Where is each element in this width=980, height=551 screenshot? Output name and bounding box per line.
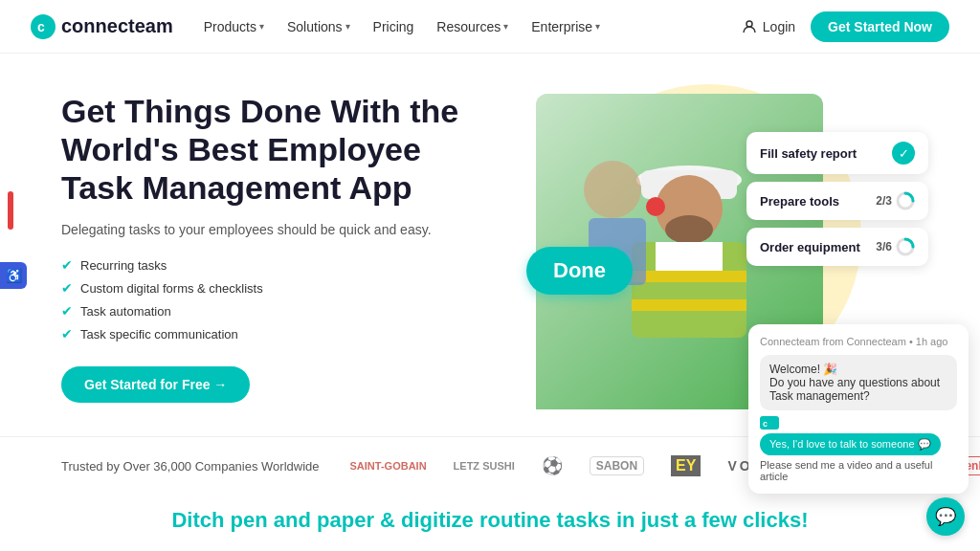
notification-bar [8,191,13,230]
nav-pricing[interactable]: Pricing [373,19,414,34]
nav-enterprise[interactable]: Enterprise ▾ [531,19,600,34]
chevron-down-icon: ▾ [595,21,600,32]
trusted-title: Trusted by Over 36,000 Companies Worldwi… [61,459,320,474]
svg-point-13 [584,161,641,218]
progress-spinner-icon [896,191,915,210]
hero-title: Get Things Done With the World's Best Em… [61,92,498,207]
svg-rect-9 [632,271,746,282]
task-complete-icon: ✓ [892,142,915,165]
task-progress-wrap: 2/3 [876,191,915,210]
task-cards: Fill safety report ✓ Prepare tools 2/3 [746,132,928,266]
svg-rect-11 [656,242,723,271]
logo-icon: c [31,14,56,39]
task-card-fill-safety: Fill safety report ✓ [746,132,928,174]
task-card-prepare-tools: Prepare tools 2/3 [746,182,928,220]
svg-text:c: c [763,419,768,429]
nav-products[interactable]: Products ▾ [204,19,264,34]
check-icon: ✔ [61,326,73,342]
check-icon: ✔ [61,280,73,296]
list-item: ✔ Task specific communication [61,326,498,342]
company-logo-letz-sushi: LETZ SUSHI [454,460,515,472]
task-card-order-equipment: Order equipment 3/6 [746,228,928,266]
list-item: ✔ Custom digital forms & checklists [61,280,498,296]
logo[interactable]: c connecteam [31,14,173,39]
svg-point-7 [665,215,713,244]
company-logo-sabon: SABON [590,456,644,475]
company-logo-ey: EY [671,455,701,476]
nav-resources[interactable]: Resources ▾ [436,19,508,34]
list-item: ✔ Recurring tasks [61,257,498,273]
check-icon: ✔ [61,257,73,273]
company-logo-saint-gobain: SAINT-GOBAIN [350,460,427,472]
done-badge: Done [526,247,633,295]
nav-solutions[interactable]: Solutions ▾ [287,19,350,34]
accessibility-icon[interactable]: ♿ [0,262,27,289]
nav-right: Login Get Started Now [742,11,949,42]
bottom-teaser-text: Ditch pen and paper & digitize routine t… [61,508,919,533]
nav-links: Products ▾ Solutions ▾ Pricing Resources… [204,19,742,34]
chevron-down-icon: ▾ [259,21,264,32]
hero-left: Get Things Done With the World's Best Em… [61,84,498,436]
chat-link[interactable]: Please send me a video and a useful arti… [760,459,957,482]
chat-reply-button[interactable]: Yes, I'd love to talk to someone 💬 [760,433,941,455]
chat-widget: Connecteam from Connecteam • 1h ago Welc… [748,324,969,494]
bottom-teaser: Ditch pen and paper & digitize routine t… [0,495,980,533]
navbar: c connecteam Products ▾ Solutions ▾ Pric… [0,0,980,54]
chat-logo-icon: c [760,416,779,430]
feature-list: ✔ Recurring tasks ✔ Custom digital forms… [61,257,498,342]
svg-text:c: c [37,19,45,34]
chat-message: Welcome! 🎉Do you have any questions abou… [760,355,957,410]
chevron-down-icon: ▾ [503,21,508,32]
task-progress-wrap: 3/6 [876,237,915,256]
progress-spinner-icon [896,237,915,256]
get-started-nav-button[interactable]: Get Started Now [811,11,949,42]
svg-point-12 [646,197,665,216]
chat-header: Connecteam from Connecteam • 1h ago [760,336,957,347]
check-icon: ✔ [61,303,73,319]
brand-name: connecteam [61,15,173,37]
list-item: ✔ Task automation [61,303,498,319]
login-button[interactable]: Login [742,19,795,34]
chat-toggle-button[interactable]: 💬 [926,497,965,536]
hero-subtitle: Delegating tasks to your employees shoul… [61,220,498,240]
svg-point-2 [746,21,752,27]
hero-cta-button[interactable]: Get Started for Free → [61,366,250,403]
company-logo-tottenham: ⚽ [542,455,563,476]
chevron-down-icon: ▾ [345,21,350,32]
svg-rect-10 [632,299,746,311]
